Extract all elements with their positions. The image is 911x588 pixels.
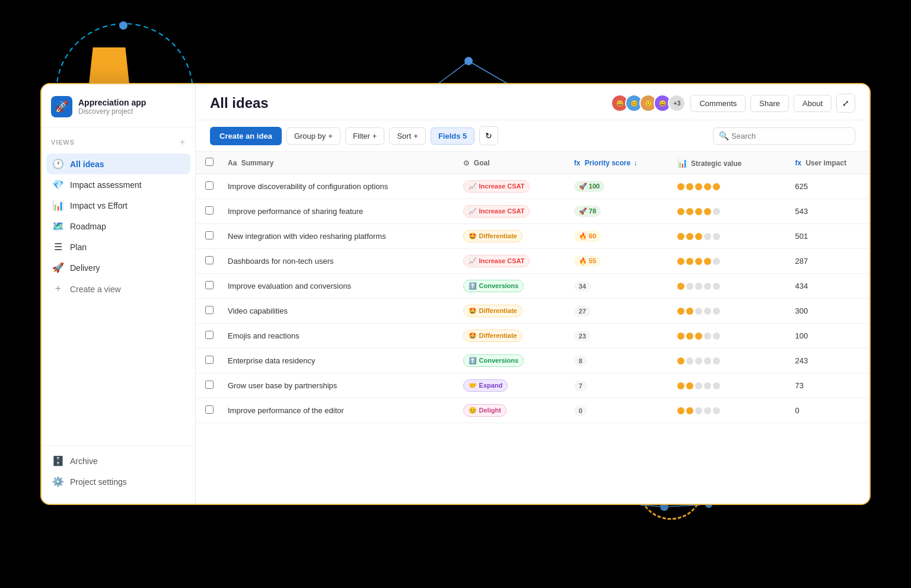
select-all-checkbox[interactable]: [205, 158, 214, 166]
sidebar-subtitle: Discovery project: [78, 107, 146, 116]
dot-empty: [695, 382, 702, 389]
table-row: Enterprise data residency⬆️ Conversions8…: [196, 349, 869, 373]
dot-empty: [713, 258, 720, 265]
dot-filled: [686, 258, 693, 265]
row-checkbox[interactable]: [205, 356, 214, 364]
td-user-impact: 300: [788, 299, 869, 324]
svg-point-2: [464, 57, 473, 65]
th-priority: fx Priority score ↓: [567, 152, 670, 174]
td-goal: 🤝 Expand: [456, 373, 566, 398]
sidebar-item-impact-assessment[interactable]: 💎 Impact assessment: [46, 174, 190, 195]
refresh-button[interactable]: ↻: [479, 126, 498, 145]
sort-desc-icon: ↓: [634, 159, 638, 167]
score-badge: 🔥 55: [574, 255, 601, 267]
td-goal: 🤩 Differentiate: [456, 224, 566, 249]
td-strategic: [670, 249, 788, 274]
td-summary: New integration with video resharing pla…: [221, 224, 456, 249]
toolbar: Create an idea Group by + Filter + Sort …: [196, 120, 869, 152]
sort-button[interactable]: Sort +: [389, 127, 425, 145]
row-checkbox[interactable]: [205, 331, 214, 339]
sidebar-item-label: All ideas: [70, 159, 104, 169]
th-strategic-label: Strategic value: [691, 159, 741, 168]
dot-filled: [695, 258, 702, 265]
dots-row: [677, 183, 781, 190]
dot-empty: [686, 283, 693, 290]
sidebar: 🚀 Appreciation app Discovery project VIE…: [42, 84, 196, 504]
dot-filled: [686, 333, 693, 340]
td-strategic: [670, 224, 788, 249]
add-view-icon[interactable]: +: [180, 137, 186, 148]
dot-empty: [704, 382, 711, 389]
table-body: Improve discoverability of configuration…: [196, 174, 869, 423]
goal-badge: 📈 Increase CSAT: [463, 205, 530, 218]
goal-badge: ⬆️ Conversions: [463, 280, 524, 292]
sidebar-item-label: Impact assessment: [70, 180, 142, 190]
table-row: Dashboards for non-tech users📈 Increase …: [196, 249, 869, 274]
group-by-button[interactable]: Group by +: [286, 127, 340, 145]
sidebar-item-project-settings[interactable]: ⚙️ Project settings: [46, 471, 190, 492]
dot-filled: [677, 183, 684, 190]
sidebar-item-roadmap[interactable]: 🗺️ Roadmap: [46, 216, 190, 237]
sidebar-item-archive[interactable]: 🗄️ Archive: [46, 450, 190, 471]
td-user-impact: 0: [788, 398, 869, 423]
table-row: Emojis and reactions🤩 Differentiate23100: [196, 324, 869, 349]
goal-badge: 🤩 Differentiate: [463, 305, 522, 317]
dot-filled: [713, 183, 720, 190]
dot-empty: [713, 208, 720, 215]
td-goal: 📈 Increase CSAT: [456, 249, 566, 274]
dot-empty: [713, 407, 720, 414]
dot-filled: [686, 407, 693, 414]
priority-col-icon: fx: [574, 159, 581, 167]
impact-assessment-icon: 💎: [52, 179, 64, 190]
dot-filled: [704, 208, 711, 215]
sidebar-item-create-view[interactable]: + Create a view: [46, 278, 190, 300]
share-button[interactable]: Share: [750, 95, 789, 112]
sidebar-item-label: Plan: [70, 242, 87, 252]
comments-button[interactable]: Comments: [690, 95, 746, 112]
fields-button[interactable]: Fields 5: [431, 127, 474, 145]
svg-point-1: [119, 21, 128, 30]
sidebar-item-label: Roadmap: [70, 222, 106, 231]
td-summary: Improve evaluation and conversions: [221, 274, 456, 299]
expand-button[interactable]: ⤢: [836, 94, 855, 113]
th-goal-label: Goal: [474, 159, 490, 167]
sidebar-item-plan[interactable]: ☰ Plan: [46, 237, 190, 257]
create-idea-button[interactable]: Create an idea: [210, 127, 282, 145]
td-user-impact: 543: [788, 199, 869, 224]
sidebar-item-all-ideas[interactable]: 🕐 All ideas: [46, 154, 190, 174]
row-checkbox[interactable]: [205, 231, 214, 239]
search-input[interactable]: [713, 127, 855, 145]
dots-row: [677, 357, 781, 365]
score-badge: 8: [574, 356, 587, 366]
td-strategic: [670, 274, 788, 299]
filter-button[interactable]: Filter +: [345, 127, 384, 145]
app-window: 🚀 Appreciation app Discovery project VIE…: [40, 83, 871, 505]
row-checkbox[interactable]: [205, 206, 214, 215]
sort-label: Sort: [397, 132, 411, 140]
sidebar-item-impact-vs-effort[interactable]: 📊 Impact vs Effort: [46, 195, 190, 216]
table-row: New integration with video resharing pla…: [196, 224, 869, 249]
page-title: All ideas: [210, 95, 269, 111]
goal-badge: 📈 Increase CSAT: [463, 255, 530, 267]
row-checkbox[interactable]: [205, 281, 214, 289]
sidebar-item-delivery[interactable]: 🚀 Delivery: [46, 257, 190, 278]
td-strategic: [670, 373, 788, 398]
dot-filled: [677, 208, 684, 215]
dot-empty: [713, 357, 720, 365]
sidebar-bottom: 🗄️ Archive ⚙️ Project settings: [42, 445, 195, 504]
about-button[interactable]: About: [794, 95, 832, 112]
td-goal: 🤩 Differentiate: [456, 324, 566, 349]
table-row: Video capabilities🤩 Differentiate27300: [196, 299, 869, 324]
row-checkbox[interactable]: [205, 306, 214, 314]
goal-badge: 📈 Increase CSAT: [463, 180, 530, 193]
th-user-impact-label: User impact: [805, 159, 846, 167]
filter-label: Filter: [353, 132, 370, 140]
td-priority: 🚀 100: [567, 174, 670, 199]
row-checkbox[interactable]: [205, 256, 214, 264]
sidebar-item-label: Project settings: [70, 477, 127, 487]
plan-icon: ☰: [52, 241, 64, 253]
row-checkbox[interactable]: [205, 405, 214, 414]
row-checkbox[interactable]: [205, 181, 214, 190]
dot-filled: [677, 233, 684, 240]
row-checkbox[interactable]: [205, 381, 214, 389]
